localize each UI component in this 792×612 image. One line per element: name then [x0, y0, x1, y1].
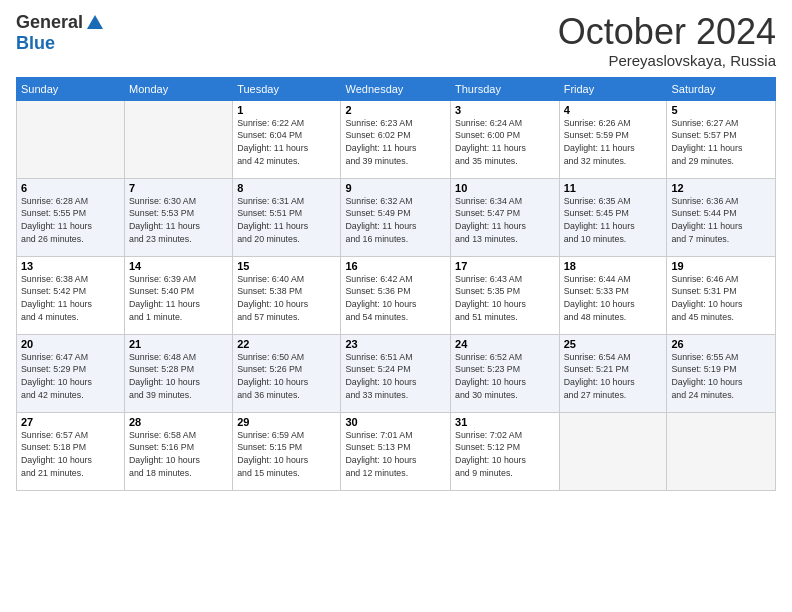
day-number: 8	[237, 182, 336, 194]
col-tuesday: Tuesday	[233, 77, 341, 100]
table-row: 25Sunrise: 6:54 AM Sunset: 5:21 PM Dayli…	[559, 334, 667, 412]
day-number: 5	[671, 104, 771, 116]
header: General Blue October 2024 Pereyaslovskay…	[16, 12, 776, 69]
table-row: 15Sunrise: 6:40 AM Sunset: 5:38 PM Dayli…	[233, 256, 341, 334]
day-info: Sunrise: 6:44 AM Sunset: 5:33 PM Dayligh…	[564, 273, 663, 324]
location: Pereyaslovskaya, Russia	[558, 52, 776, 69]
day-number: 9	[345, 182, 446, 194]
day-number: 24	[455, 338, 555, 350]
col-saturday: Saturday	[667, 77, 776, 100]
table-row: 2Sunrise: 6:23 AM Sunset: 6:02 PM Daylig…	[341, 100, 451, 178]
day-number: 1	[237, 104, 336, 116]
table-row: 24Sunrise: 6:52 AM Sunset: 5:23 PM Dayli…	[451, 334, 560, 412]
col-friday: Friday	[559, 77, 667, 100]
table-row: 14Sunrise: 6:39 AM Sunset: 5:40 PM Dayli…	[125, 256, 233, 334]
day-number: 12	[671, 182, 771, 194]
day-number: 7	[129, 182, 228, 194]
day-number: 3	[455, 104, 555, 116]
day-info: Sunrise: 6:46 AM Sunset: 5:31 PM Dayligh…	[671, 273, 771, 324]
table-row: 10Sunrise: 6:34 AM Sunset: 5:47 PM Dayli…	[451, 178, 560, 256]
day-info: Sunrise: 7:02 AM Sunset: 5:12 PM Dayligh…	[455, 429, 555, 480]
day-number: 19	[671, 260, 771, 272]
day-number: 25	[564, 338, 663, 350]
day-info: Sunrise: 6:42 AM Sunset: 5:36 PM Dayligh…	[345, 273, 446, 324]
calendar-week-row: 27Sunrise: 6:57 AM Sunset: 5:18 PM Dayli…	[17, 412, 776, 490]
day-number: 29	[237, 416, 336, 428]
day-info: Sunrise: 6:32 AM Sunset: 5:49 PM Dayligh…	[345, 195, 446, 246]
day-info: Sunrise: 6:30 AM Sunset: 5:53 PM Dayligh…	[129, 195, 228, 246]
day-info: Sunrise: 6:50 AM Sunset: 5:26 PM Dayligh…	[237, 351, 336, 402]
day-number: 26	[671, 338, 771, 350]
table-row: 17Sunrise: 6:43 AM Sunset: 5:35 PM Dayli…	[451, 256, 560, 334]
logo-general-text: General	[16, 12, 83, 33]
day-number: 13	[21, 260, 120, 272]
day-info: Sunrise: 6:24 AM Sunset: 6:00 PM Dayligh…	[455, 117, 555, 168]
table-row: 1Sunrise: 6:22 AM Sunset: 6:04 PM Daylig…	[233, 100, 341, 178]
day-info: Sunrise: 6:23 AM Sunset: 6:02 PM Dayligh…	[345, 117, 446, 168]
table-row: 29Sunrise: 6:59 AM Sunset: 5:15 PM Dayli…	[233, 412, 341, 490]
table-row	[125, 100, 233, 178]
table-row: 26Sunrise: 6:55 AM Sunset: 5:19 PM Dayli…	[667, 334, 776, 412]
col-thursday: Thursday	[451, 77, 560, 100]
day-number: 28	[129, 416, 228, 428]
day-info: Sunrise: 6:57 AM Sunset: 5:18 PM Dayligh…	[21, 429, 120, 480]
logo: General Blue	[16, 12, 105, 54]
day-info: Sunrise: 6:35 AM Sunset: 5:45 PM Dayligh…	[564, 195, 663, 246]
table-row	[667, 412, 776, 490]
calendar-table: Sunday Monday Tuesday Wednesday Thursday…	[16, 77, 776, 491]
day-info: Sunrise: 6:28 AM Sunset: 5:55 PM Dayligh…	[21, 195, 120, 246]
day-number: 23	[345, 338, 446, 350]
col-monday: Monday	[125, 77, 233, 100]
day-number: 16	[345, 260, 446, 272]
table-row: 28Sunrise: 6:58 AM Sunset: 5:16 PM Dayli…	[125, 412, 233, 490]
day-info: Sunrise: 6:58 AM Sunset: 5:16 PM Dayligh…	[129, 429, 228, 480]
day-number: 14	[129, 260, 228, 272]
table-row: 9Sunrise: 6:32 AM Sunset: 5:49 PM Daylig…	[341, 178, 451, 256]
day-info: Sunrise: 6:36 AM Sunset: 5:44 PM Dayligh…	[671, 195, 771, 246]
table-row: 3Sunrise: 6:24 AM Sunset: 6:00 PM Daylig…	[451, 100, 560, 178]
day-info: Sunrise: 6:59 AM Sunset: 5:15 PM Dayligh…	[237, 429, 336, 480]
day-number: 15	[237, 260, 336, 272]
table-row: 31Sunrise: 7:02 AM Sunset: 5:12 PM Dayli…	[451, 412, 560, 490]
day-number: 4	[564, 104, 663, 116]
day-info: Sunrise: 6:39 AM Sunset: 5:40 PM Dayligh…	[129, 273, 228, 324]
table-row: 18Sunrise: 6:44 AM Sunset: 5:33 PM Dayli…	[559, 256, 667, 334]
table-row: 21Sunrise: 6:48 AM Sunset: 5:28 PM Dayli…	[125, 334, 233, 412]
table-row: 4Sunrise: 6:26 AM Sunset: 5:59 PM Daylig…	[559, 100, 667, 178]
logo-blue-text: Blue	[16, 33, 55, 54]
day-info: Sunrise: 6:48 AM Sunset: 5:28 PM Dayligh…	[129, 351, 228, 402]
day-number: 31	[455, 416, 555, 428]
table-row: 22Sunrise: 6:50 AM Sunset: 5:26 PM Dayli…	[233, 334, 341, 412]
calendar-week-row: 6Sunrise: 6:28 AM Sunset: 5:55 PM Daylig…	[17, 178, 776, 256]
day-info: Sunrise: 6:38 AM Sunset: 5:42 PM Dayligh…	[21, 273, 120, 324]
day-info: Sunrise: 6:22 AM Sunset: 6:04 PM Dayligh…	[237, 117, 336, 168]
day-number: 20	[21, 338, 120, 350]
day-info: Sunrise: 6:52 AM Sunset: 5:23 PM Dayligh…	[455, 351, 555, 402]
calendar-page: General Blue October 2024 Pereyaslovskay…	[0, 0, 792, 612]
table-row: 6Sunrise: 6:28 AM Sunset: 5:55 PM Daylig…	[17, 178, 125, 256]
day-number: 27	[21, 416, 120, 428]
day-info: Sunrise: 6:54 AM Sunset: 5:21 PM Dayligh…	[564, 351, 663, 402]
table-row	[17, 100, 125, 178]
table-row: 23Sunrise: 6:51 AM Sunset: 5:24 PM Dayli…	[341, 334, 451, 412]
day-number: 11	[564, 182, 663, 194]
day-number: 30	[345, 416, 446, 428]
calendar-week-row: 1Sunrise: 6:22 AM Sunset: 6:04 PM Daylig…	[17, 100, 776, 178]
day-info: Sunrise: 6:27 AM Sunset: 5:57 PM Dayligh…	[671, 117, 771, 168]
day-number: 6	[21, 182, 120, 194]
table-row: 30Sunrise: 7:01 AM Sunset: 5:13 PM Dayli…	[341, 412, 451, 490]
day-number: 10	[455, 182, 555, 194]
day-info: Sunrise: 6:40 AM Sunset: 5:38 PM Dayligh…	[237, 273, 336, 324]
day-info: Sunrise: 6:51 AM Sunset: 5:24 PM Dayligh…	[345, 351, 446, 402]
day-number: 18	[564, 260, 663, 272]
day-number: 22	[237, 338, 336, 350]
col-sunday: Sunday	[17, 77, 125, 100]
day-info: Sunrise: 6:34 AM Sunset: 5:47 PM Dayligh…	[455, 195, 555, 246]
day-info: Sunrise: 7:01 AM Sunset: 5:13 PM Dayligh…	[345, 429, 446, 480]
table-row: 8Sunrise: 6:31 AM Sunset: 5:51 PM Daylig…	[233, 178, 341, 256]
day-info: Sunrise: 6:43 AM Sunset: 5:35 PM Dayligh…	[455, 273, 555, 324]
month-title: October 2024	[558, 12, 776, 52]
day-info: Sunrise: 6:47 AM Sunset: 5:29 PM Dayligh…	[21, 351, 120, 402]
col-wednesday: Wednesday	[341, 77, 451, 100]
day-number: 21	[129, 338, 228, 350]
